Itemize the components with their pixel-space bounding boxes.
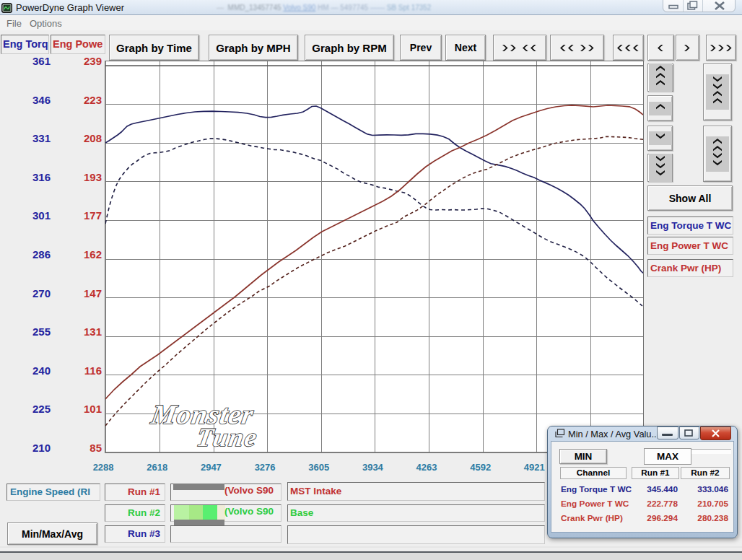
svg-text:Tune: Tune	[195, 423, 259, 452]
